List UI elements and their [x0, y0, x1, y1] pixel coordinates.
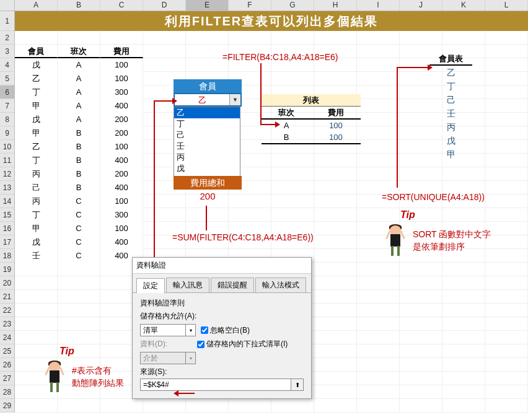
cell[interactable] — [229, 31, 271, 45]
cell[interactable]: 300 — [100, 85, 143, 99]
dropdown-item[interactable]: 戊 — [174, 163, 240, 174]
cell[interactable] — [314, 317, 357, 331]
cell[interactable] — [442, 317, 485, 331]
cell[interactable] — [357, 344, 400, 358]
cell[interactable] — [400, 344, 442, 358]
cell[interactable]: B — [58, 167, 100, 181]
cell[interactable] — [485, 304, 528, 317]
dialog-tab[interactable]: 錯誤提醒 — [211, 278, 254, 292]
cell[interactable] — [15, 399, 58, 413]
cell[interactable] — [442, 399, 485, 413]
cell[interactable]: C — [58, 208, 100, 222]
cell[interactable] — [357, 167, 400, 181]
cell[interactable] — [143, 399, 186, 413]
cell[interactable]: 400 — [100, 99, 143, 113]
cell[interactable]: 壬 — [15, 249, 58, 263]
column-header-G[interactable]: G — [271, 0, 314, 11]
cell[interactable] — [485, 72, 528, 85]
row-header-23[interactable]: 23 — [0, 317, 14, 331]
cell[interactable]: A — [58, 113, 100, 126]
dialog-tab[interactable]: 設定 — [136, 278, 165, 293]
cell[interactable] — [271, 208, 314, 222]
cell[interactable] — [442, 31, 485, 45]
cell[interactable] — [357, 113, 400, 126]
cell[interactable] — [400, 317, 442, 331]
row-header-24[interactable]: 24 — [0, 331, 14, 344]
cell[interactable]: 100 — [100, 140, 143, 154]
cell[interactable] — [15, 304, 58, 317]
cell[interactable] — [485, 290, 528, 304]
cell[interactable]: 會員 — [15, 45, 58, 58]
cell[interactable]: B — [58, 181, 100, 195]
cell[interactable] — [15, 317, 58, 331]
cell[interactable] — [271, 399, 314, 413]
cell[interactable] — [100, 399, 143, 413]
cell[interactable] — [271, 167, 314, 181]
cell[interactable] — [314, 358, 357, 372]
cell[interactable] — [485, 140, 528, 154]
cell[interactable] — [271, 195, 314, 208]
column-header-L[interactable]: L — [485, 0, 528, 11]
cell[interactable] — [314, 208, 357, 222]
cell[interactable] — [485, 331, 528, 344]
cell[interactable]: 己 — [15, 181, 58, 195]
ignore-blank-checkbox[interactable]: 忽略空白(B) — [201, 325, 250, 336]
range-picker-icon[interactable]: ⬆ — [291, 378, 304, 391]
cell[interactable] — [485, 208, 528, 222]
row-header-11[interactable]: 11 — [0, 154, 14, 167]
cell[interactable] — [314, 235, 357, 249]
cell[interactable] — [58, 317, 100, 331]
cell[interactable]: C — [58, 235, 100, 249]
cell[interactable] — [314, 344, 357, 358]
dropdown-toggle-icon[interactable]: ▼ — [229, 94, 240, 105]
cell[interactable]: 200 — [100, 167, 143, 181]
row-header-17[interactable]: 17 — [0, 235, 14, 249]
cell[interactable] — [485, 399, 528, 413]
cell[interactable] — [357, 99, 400, 113]
cell[interactable]: 費用 — [100, 45, 143, 58]
row-header-29[interactable]: 29 — [0, 399, 14, 413]
cell[interactable] — [442, 372, 485, 385]
cell[interactable]: 200 — [100, 126, 143, 140]
cell[interactable]: 100 — [100, 72, 143, 85]
cell[interactable]: 戊 — [15, 58, 58, 72]
cell[interactable]: 乙 — [15, 140, 58, 154]
cell[interactable] — [314, 304, 357, 317]
cell[interactable] — [229, 399, 271, 413]
cell[interactable]: 丁 — [15, 85, 58, 99]
row-header-13[interactable]: 13 — [0, 181, 14, 195]
cell[interactable] — [357, 358, 400, 372]
cell[interactable] — [442, 263, 485, 276]
cell[interactable]: A — [58, 72, 100, 85]
cell[interactable] — [271, 154, 314, 167]
cell[interactable] — [186, 31, 229, 45]
chevron-down-icon[interactable]: ▾ — [185, 325, 195, 336]
row-header-28[interactable]: 28 — [0, 385, 14, 399]
cell[interactable] — [58, 304, 100, 317]
cell[interactable] — [314, 249, 357, 263]
cell[interactable] — [400, 304, 442, 317]
row-header-27[interactable]: 27 — [0, 372, 14, 385]
cell[interactable] — [143, 208, 186, 222]
row-header-15[interactable]: 15 — [0, 208, 14, 222]
cell[interactable] — [186, 399, 229, 413]
cell[interactable]: 丁 — [15, 154, 58, 167]
cell[interactable] — [314, 331, 357, 344]
cell[interactable]: 甲 — [15, 222, 58, 235]
cell[interactable]: 甲 — [15, 126, 58, 140]
cell[interactable] — [442, 167, 485, 181]
cell[interactable] — [485, 126, 528, 140]
dropdown-item[interactable]: 丙 — [174, 152, 240, 163]
row-header-3[interactable]: 3 — [0, 45, 14, 58]
cell[interactable]: 丙 — [15, 195, 58, 208]
dropdown-item[interactable]: 己 — [174, 129, 240, 141]
cell[interactable] — [357, 154, 400, 167]
cell[interactable]: 戊 — [15, 113, 58, 126]
row-header-16[interactable]: 16 — [0, 222, 14, 235]
cell[interactable] — [314, 181, 357, 195]
cell[interactable] — [442, 385, 485, 399]
cell[interactable] — [357, 85, 400, 99]
cell[interactable] — [357, 372, 400, 385]
cell[interactable] — [314, 263, 357, 276]
cell[interactable] — [400, 399, 442, 413]
